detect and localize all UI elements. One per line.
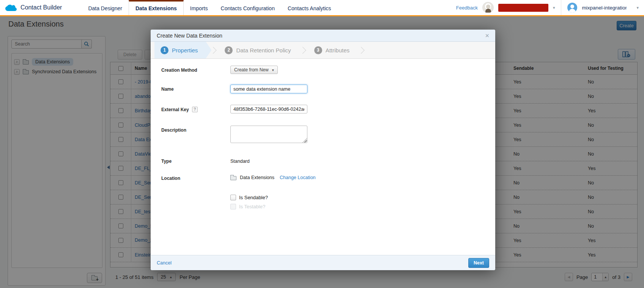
- top-nav: Contact Builder Data DesignerData Extens…: [0, 0, 644, 16]
- modal-footer: Cancel Next: [151, 255, 495, 270]
- external-key-row: External Key ?: [161, 105, 495, 113]
- chevron-down-icon: ▾: [272, 68, 274, 72]
- brand: Contact Builder: [0, 0, 62, 15]
- creation-method-row: Creation Method Create from New ▾: [161, 66, 495, 74]
- user-chevron-down-icon[interactable]: ▾: [636, 5, 639, 10]
- is-testable-checkbox: [230, 204, 236, 209]
- step-label: Attributes: [326, 47, 350, 54]
- is-sendable-row: Is Sendable?: [230, 195, 495, 200]
- external-key-field[interactable]: [230, 105, 307, 113]
- nav-tab-data-designer[interactable]: Data Designer: [82, 0, 129, 15]
- description-label: Description: [161, 126, 230, 133]
- location-label: Location: [161, 174, 230, 181]
- location-value: Data Extensions: [240, 175, 274, 180]
- description-field[interactable]: [230, 126, 307, 143]
- description-row: Description: [161, 126, 495, 143]
- app-screen: Contact Builder Data DesignerData Extens…: [0, 0, 644, 288]
- type-label: Type: [161, 157, 230, 164]
- cancel-link[interactable]: Cancel: [157, 260, 172, 266]
- user-name[interactable]: mixpanel-integrations...: [582, 5, 627, 11]
- nav-tab-imports[interactable]: Imports: [184, 0, 214, 15]
- feedback-link[interactable]: Feedback: [456, 5, 478, 11]
- is-sendable-label: Is Sendable?: [239, 195, 268, 200]
- modal-header: Create New Data Extension ×: [151, 30, 495, 42]
- app-title: Contact Builder: [20, 4, 62, 11]
- nav-divider: [561, 0, 561, 15]
- nav-tab-contacts-analytics[interactable]: Contacts Analytics: [281, 0, 337, 15]
- modal-title: Create New Data Extension: [157, 33, 222, 39]
- step-number: 2: [225, 46, 233, 54]
- name-label: Name: [161, 85, 230, 92]
- type-row: Type Standard: [161, 157, 495, 164]
- is-testable-row: Is Testable?: [230, 204, 495, 209]
- step-properties[interactable]: 1 Properties: [154, 42, 211, 58]
- next-button[interactable]: Next: [468, 258, 489, 268]
- creation-method-dropdown[interactable]: Create from New ▾: [230, 66, 278, 74]
- nav-tab-data-extensions[interactable]: Data Extensions: [129, 0, 184, 15]
- help-icon[interactable]: ?: [192, 107, 198, 112]
- step-attributes[interactable]: 3 Attributes: [308, 42, 359, 58]
- location-value-row: Data Extensions Change Location: [230, 174, 316, 180]
- is-testable-label: Is Testable?: [239, 204, 265, 209]
- salesforce-cloud-logo-icon: [5, 4, 17, 12]
- nav-tabs: Data DesignerData ExtensionsImportsConta…: [82, 0, 337, 15]
- einstein-avatar[interactable]: [482, 2, 494, 13]
- name-field[interactable]: [230, 85, 307, 93]
- modal-body: Creation Method Create from New ▾ Name E…: [151, 59, 495, 255]
- step-separator-chevron-icon: [210, 47, 217, 54]
- external-key-label: External Key ?: [161, 105, 230, 112]
- close-icon[interactable]: ×: [485, 32, 489, 39]
- nav-tab-label: Imports: [190, 5, 208, 11]
- nav-tab-contacts-configuration[interactable]: Contacts Configuration: [214, 0, 281, 15]
- nav-tab-label: Contacts Analytics: [288, 5, 331, 11]
- creation-method-label: Creation Method: [161, 66, 230, 73]
- wizard-steps: 1 Properties 2 Data Retention Policy 3 A…: [151, 42, 495, 59]
- step-number: 3: [314, 46, 322, 54]
- step-label: Properties: [172, 47, 198, 54]
- create-data-extension-modal: Create New Data Extension × 1 Properties…: [151, 30, 495, 270]
- folder-icon: [230, 176, 236, 180]
- nav-tab-label: Data Designer: [88, 5, 122, 11]
- name-row: Name: [161, 85, 495, 93]
- step-label: Data Retention Policy: [236, 47, 291, 54]
- type-value: Standard: [230, 157, 250, 164]
- nav-right: Feedback ▾ mixpanel-integrations... ▾: [456, 0, 644, 15]
- user-avatar-icon[interactable]: [567, 3, 577, 13]
- location-row: Location Data Extensions Change Location: [161, 174, 495, 181]
- is-sendable-checkbox[interactable]: [230, 195, 236, 200]
- redacted-account-name[interactable]: [498, 4, 548, 12]
- step-number: 1: [161, 46, 168, 54]
- creation-method-value: Create from New: [234, 67, 269, 72]
- chevron-down-icon[interactable]: ▾: [553, 5, 555, 10]
- step-data-retention-policy[interactable]: 2 Data Retention Policy: [219, 42, 301, 58]
- external-key-label-text: External Key: [161, 107, 189, 112]
- change-location-link[interactable]: Change Location: [280, 175, 316, 180]
- nav-tab-label: Contacts Configuration: [221, 5, 275, 11]
- nav-tab-label: Data Extensions: [135, 5, 177, 11]
